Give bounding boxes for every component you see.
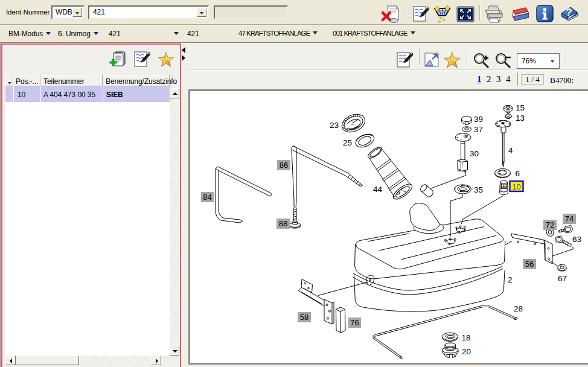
svg-text:72: 72 <box>546 220 554 229</box>
svg-text:74: 74 <box>565 214 574 223</box>
svg-text:44: 44 <box>373 185 382 194</box>
svg-text:?: ? <box>565 7 572 19</box>
svg-text:58: 58 <box>300 313 308 322</box>
svg-text:37: 37 <box>474 125 483 134</box>
svg-text:18: 18 <box>462 333 471 342</box>
svg-text:28: 28 <box>514 304 523 313</box>
svg-text:86: 86 <box>280 161 288 170</box>
svg-text:23: 23 <box>330 121 339 130</box>
svg-text:30: 30 <box>470 149 479 158</box>
svg-text:88: 88 <box>279 219 287 228</box>
svg-text:35: 35 <box>474 185 483 194</box>
svg-text:4: 4 <box>508 146 513 155</box>
svg-text:25: 25 <box>343 138 352 147</box>
svg-text:84: 84 <box>203 193 211 202</box>
svg-text:76: 76 <box>350 318 359 327</box>
svg-text:2: 2 <box>508 275 512 284</box>
svg-text:20: 20 <box>462 347 471 356</box>
svg-text:63: 63 <box>572 235 581 244</box>
svg-text:13: 13 <box>516 113 525 123</box>
svg-text:6: 6 <box>516 169 520 178</box>
svg-text:15: 15 <box>516 103 525 112</box>
svg-text:10: 10 <box>512 182 520 191</box>
svg-text:39: 39 <box>474 115 483 124</box>
svg-text:67: 67 <box>558 274 567 283</box>
svg-text:56: 56 <box>525 260 534 269</box>
